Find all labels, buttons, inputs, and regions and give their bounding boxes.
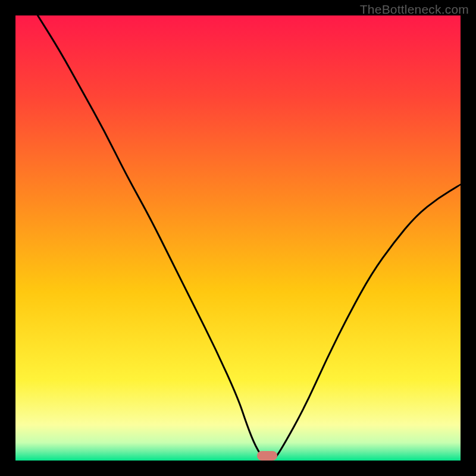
chart-frame: TheBottleneck.com [0, 0, 476, 476]
optimal-point-marker [257, 451, 277, 461]
bottleneck-curve [15, 15, 461, 461]
attribution-text: TheBottleneck.com [360, 2, 469, 17]
plot-area [15, 15, 461, 461]
